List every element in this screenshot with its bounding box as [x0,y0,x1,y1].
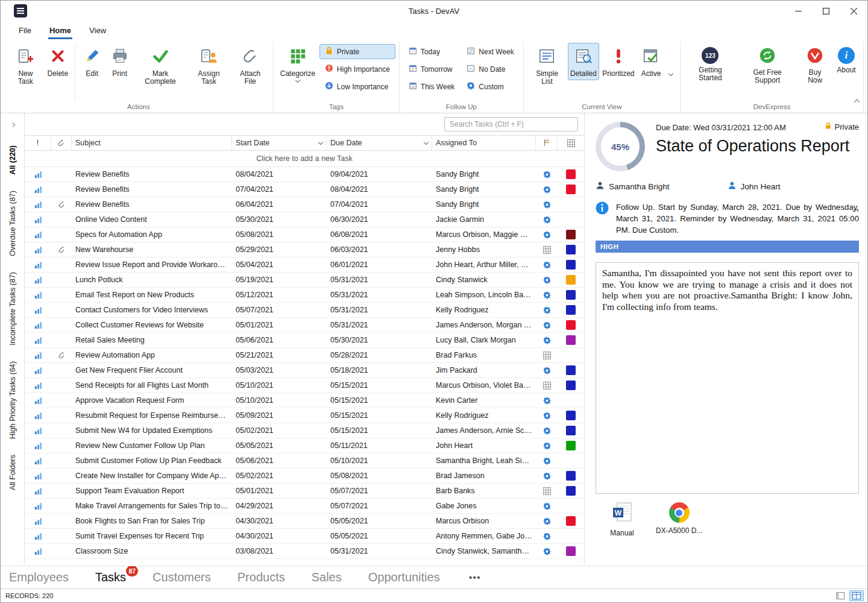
category-color-swatch[interactable] [566,305,576,315]
module-tab[interactable]: Opportunities [368,570,440,584]
task-followup-cell[interactable] [536,321,558,329]
expand-rail-icon[interactable] [11,118,14,129]
column-header-start-date[interactable]: Start Date [232,136,327,150]
task-followup-cell[interactable] [536,352,558,359]
table-row[interactable]: Review Benefits 06/04/2021 07/04/2021 Sa… [25,197,584,212]
detailed-view-button[interactable]: Detailed [568,43,599,80]
card-view-toggle-icon[interactable] [849,590,864,601]
category-color-swatch[interactable] [566,290,576,300]
table-row[interactable]: Review New Customer Follow Up Plan 05/05… [25,438,584,453]
attach-file-button[interactable]: Attach File [231,43,269,88]
tomorrow-button[interactable]: Tomorrow [403,62,460,77]
category-color-swatch[interactable] [566,441,576,450]
table-row[interactable]: Collect Customer Reviews for Website 05/… [25,318,584,333]
category-color-swatch[interactable] [566,169,576,179]
table-row[interactable]: Book Flights to San Fran for Sales Trip … [25,514,584,529]
task-followup-cell[interactable] [536,412,558,420]
column-header-priority[interactable]: ! [25,136,51,150]
getting-started-button[interactable]: 123 Getting Started [684,43,737,84]
table-row[interactable]: Lunch Potluck 05/19/2021 05/31/2021 Cind… [25,273,584,288]
list-view-toggle-icon[interactable] [833,590,848,601]
task-followup-cell[interactable] [536,276,558,284]
no-date-button[interactable]: No Date [461,62,519,77]
task-followup-cell[interactable] [536,457,558,465]
active-view-button[interactable]: Active [638,43,664,80]
column-header-subject[interactable]: Subject [72,136,232,150]
custom-follow-up-button[interactable]: Custom [461,79,519,94]
table-row[interactable]: Create New Installer for Company Wide Ap… [25,469,584,484]
column-header-attachment[interactable] [51,136,72,150]
tab-view[interactable]: View [82,23,113,39]
table-row[interactable]: New Warehourse 05/29/2021 06/03/2021 Jen… [25,242,584,257]
category-color-swatch[interactable] [566,275,576,285]
delete-button[interactable]: Delete [45,43,71,80]
table-row[interactable]: Submit New W4 for Updated Exemptions 05/… [25,423,584,438]
task-followup-cell[interactable] [536,336,558,344]
buy-now-button[interactable]: Buy Now [798,43,832,87]
category-color-swatch[interactable] [566,365,576,375]
filter-icon[interactable] [424,139,429,144]
today-button[interactable]: Today [403,44,460,59]
task-followup-cell[interactable] [536,291,558,299]
column-header-due-date[interactable]: Due Date [327,136,432,150]
task-followup-cell[interactable] [536,201,558,209]
add-new-task-row[interactable]: Click here to add a new Task [25,151,584,167]
print-button[interactable]: Print [107,43,133,80]
module-tab[interactable]: Customers [153,570,211,584]
simple-list-view-button[interactable]: Simple List [527,43,567,88]
hamburger-menu-icon[interactable] [14,4,27,17]
rail-folder-item[interactable]: Overdue Tasks (87) [8,191,17,256]
collapse-ribbon-button[interactable] [855,96,859,107]
task-followup-cell[interactable] [536,382,558,390]
category-color-swatch[interactable] [566,471,576,481]
column-header-assigned-to[interactable]: Assigned To [432,136,536,150]
column-header-flag[interactable] [536,136,558,150]
rail-folder-item[interactable]: Incomplete Tasks (87) [8,272,17,346]
rail-folder-item[interactable]: All (220) [8,145,17,175]
maximize-button[interactable] [812,1,840,21]
task-followup-cell[interactable] [536,306,558,314]
category-color-swatch[interactable] [566,486,576,496]
table-row[interactable]: Support Team Evaluation Report 05/01/202… [25,484,584,499]
category-color-swatch[interactable] [566,260,576,270]
task-followup-cell[interactable] [536,231,558,239]
task-followup-cell[interactable] [536,427,558,435]
table-row[interactable]: Review Automation App 05/21/2021 05/28/2… [25,348,584,363]
column-header-category[interactable] [558,136,584,150]
category-color-swatch[interactable] [566,335,576,345]
task-description[interactable]: Samantha, I'm dissapointed you have not … [596,262,859,494]
module-tab[interactable]: Sales [312,570,342,584]
menu-file[interactable]: File [11,23,39,39]
category-color-swatch[interactable] [566,320,576,330]
task-followup-cell[interactable] [536,397,558,405]
tab-home[interactable]: Home [42,23,78,39]
category-color-swatch[interactable] [566,516,576,526]
this-week-button[interactable]: This Week [403,79,460,94]
task-followup-cell[interactable] [536,487,558,495]
edit-button[interactable]: Edit [79,43,105,80]
task-followup-cell[interactable] [536,261,558,269]
minimize-button[interactable] [784,1,812,21]
task-followup-cell[interactable] [536,442,558,450]
attachment-chrome-file[interactable]: DX-A5000 D... [656,502,702,537]
table-row[interactable]: Email Test Report on New Products 05/12/… [25,288,584,303]
task-followup-cell[interactable] [536,216,558,224]
new-task-button[interactable]: New Task [8,43,43,88]
module-tab[interactable]: Tasks 87 [95,570,126,584]
collapse-detail-icon[interactable] [854,205,858,216]
table-row[interactable]: Get New Frequent Flier Account 05/03/202… [25,363,584,378]
rail-folder-item[interactable]: All Folders [8,455,17,490]
table-row[interactable]: Review Issue Report and Provide Workarou… [25,257,584,273]
next-week-button[interactable]: Next Week [461,44,519,59]
task-followup-cell[interactable] [536,502,558,510]
category-color-swatch[interactable] [566,230,576,239]
table-row[interactable]: Classroom Size 03/08/2021 05/31/2021 Cin… [25,544,584,559]
attachment-word-doc[interactable]: W Manual [604,502,640,537]
table-row[interactable]: Sumit Travel Expenses for Recent Trip 04… [25,529,584,544]
task-followup-cell[interactable] [536,186,558,194]
table-row[interactable]: Contact Customers for Video Interviews 0… [25,303,584,318]
table-row[interactable]: Resubmit Request for Expense Reimburseme… [25,408,584,423]
category-color-swatch[interactable] [566,185,576,194]
categorize-button[interactable]: Categorize [277,43,318,84]
category-color-swatch[interactable] [566,245,576,254]
